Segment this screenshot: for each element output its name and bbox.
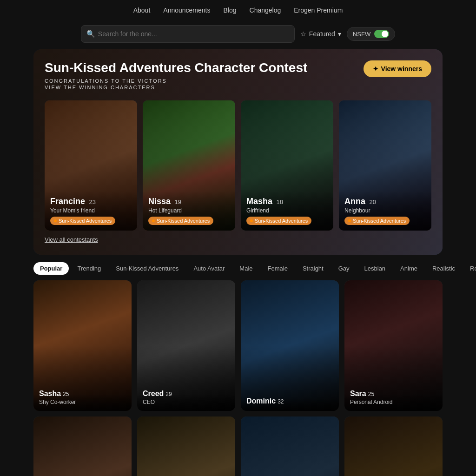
grid-char-age-creed: 29 (165, 391, 172, 397)
grid-card-7[interactable] (344, 416, 443, 476)
grid-card-Sara[interactable]: Sara25Personal Android (344, 280, 443, 411)
banner-title: Sun-Kissed Adventures Character Contest (45, 60, 307, 75)
filter-tab-straight[interactable]: Straight (296, 262, 330, 275)
filter-tab-sun-kissed-adventures[interactable]: Sun-Kissed Adventures (109, 262, 185, 275)
contest-banner: Sun-Kissed Adventures Character Contest … (33, 49, 443, 255)
char-name-francine: Francine (50, 197, 85, 206)
search-input[interactable] (81, 25, 295, 43)
grid-card-Dominic[interactable]: Dominic32 (241, 280, 339, 411)
grid-card-overlay-creed: Creed29CEO (137, 383, 235, 411)
contest-char-nissa[interactable]: Nissa 19 Hot Lifeguard Sun-Kissed Advent… (143, 100, 235, 231)
grid-card-Sasha[interactable]: Sasha25Shy Co-worker (33, 280, 132, 411)
grid-char-name-dominic: Dominic (246, 397, 276, 405)
grid-card-overlay-sara: Sara25Personal Android (344, 383, 443, 411)
toggle-circle (374, 30, 389, 38)
chevron-down-icon: ▾ (338, 30, 341, 38)
featured-label: Featured (309, 30, 335, 38)
filter-tab-romance[interactable]: Romance (463, 262, 476, 275)
grid-card-Creed[interactable]: Creed29CEO (137, 280, 235, 411)
grid-char-name-sasha: Sasha (39, 390, 61, 397)
grid-char-name-sara: Sara (350, 390, 366, 397)
view-all-contestants-link[interactable]: View all contestants (45, 236, 98, 243)
filter-tab-popular[interactable]: Popular (33, 262, 69, 275)
nav-announcements[interactable]: Announcements (163, 7, 210, 14)
nsfw-label: NSFW (353, 31, 370, 38)
grid-char-age-dominic: 32 (278, 398, 284, 405)
contest-char-masha[interactable]: Masha 18 Girlfriend Sun-Kissed Adventure… (241, 100, 333, 231)
filter-tab-male[interactable]: Male (233, 262, 259, 275)
char-age-masha: 18 (276, 198, 283, 205)
char-tag-francine: Sun-Kissed Adventures (50, 217, 115, 225)
char-age-nissa: 19 (175, 198, 181, 205)
grid-card-overlay-dominic: Dominic32 (241, 390, 339, 411)
view-winners-label: View winners (381, 65, 422, 73)
char-name-masha: Masha (246, 197, 272, 206)
nav-about[interactable]: About (133, 7, 151, 14)
main-nav: About Announcements Blog Changelog Eroge… (0, 0, 476, 20)
star-icon: ☆ (300, 30, 306, 38)
char-age-francine: 23 (89, 198, 95, 205)
banner-subtitle1: CONGRATULATIONS TO THE VICTORS (45, 78, 307, 84)
char-name-anna: Anna (344, 197, 365, 206)
grid-char-desc-sara: Personal Android (350, 399, 437, 405)
popular-grid: Sasha25Shy Co-workerCreed29CEODominic32S… (0, 280, 476, 476)
char-tag-nissa: Sun-Kissed Adventures (148, 217, 213, 225)
grid-char-age-sasha: 25 (63, 391, 69, 397)
char-name-nissa: Nissa (148, 197, 171, 206)
nsfw-toggle[interactable]: NSFW (347, 27, 395, 41)
grid-card-overlay-sasha: Sasha25Shy Co-worker (33, 383, 132, 411)
search-row: 🔍 ☆ Featured ▾ NSFW (0, 20, 476, 49)
filter-tab-trending[interactable]: Trending (71, 262, 107, 275)
grid-char-age-sara: 25 (368, 391, 374, 397)
filter-tab-gay[interactable]: Gay (332, 262, 356, 275)
filter-tab-female[interactable]: Female (261, 262, 294, 275)
view-winners-button[interactable]: ✦ View winners (364, 60, 431, 77)
grid-card-5[interactable] (137, 416, 235, 476)
char-desc-nissa: Hot Lifeguard (148, 207, 230, 214)
char-tag-masha: Sun-Kissed Adventures (246, 217, 311, 225)
search-icon: 🔍 (86, 30, 95, 38)
search-container: 🔍 (81, 25, 295, 43)
filter-tabs: PopularTrendingSun-Kissed AdventuresAuto… (0, 255, 476, 280)
grid-card-6[interactable] (241, 416, 339, 476)
filter-tab-lesbian[interactable]: Lesbian (358, 262, 392, 275)
char-desc-anna: Neighbour (344, 207, 426, 214)
featured-button[interactable]: ☆ Featured ▾ (300, 30, 341, 38)
contest-characters: Francine 23 Your Mom's friend Sun-Kissed… (45, 100, 431, 231)
nav-changelog[interactable]: Changelog (250, 7, 281, 14)
nav-blog[interactable]: Blog (223, 7, 236, 14)
grid-char-desc-creed: CEO (143, 399, 230, 405)
contest-char-anna[interactable]: Anna 20 Neighbour Sun-Kissed Adventures (339, 100, 431, 231)
filter-tab-auto-avatar[interactable]: Auto Avatar (187, 262, 231, 275)
grid-char-name-creed: Creed (143, 390, 164, 397)
contest-char-francine[interactable]: Francine 23 Your Mom's friend Sun-Kissed… (45, 100, 137, 231)
filter-tab-anime[interactable]: Anime (394, 262, 424, 275)
char-desc-masha: Girlfriend (246, 207, 328, 214)
sparkle-icon: ✦ (373, 65, 378, 73)
char-age-anna: 20 (369, 198, 376, 205)
grid-char-desc-sasha: Shy Co-worker (39, 399, 126, 405)
char-desc-francine: Your Mom's friend (50, 207, 132, 214)
grid-card-4[interactable] (33, 416, 132, 476)
banner-subtitle2: VIEW THE WINNING CHARACTERS (45, 85, 307, 90)
banner-content: Sun-Kissed Adventures Character Contest … (45, 60, 431, 244)
char-tag-anna: Sun-Kissed Adventures (344, 217, 410, 225)
nav-premium[interactable]: Erogen Premium (294, 7, 343, 14)
filter-tab-realistic[interactable]: Realistic (426, 262, 462, 275)
